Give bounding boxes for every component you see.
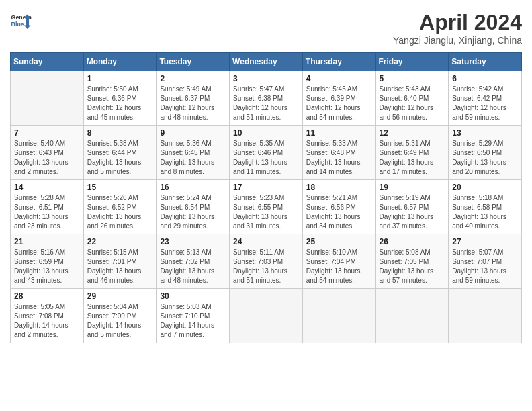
- calendar-cell: 20Sunrise: 5:18 AM Sunset: 6:58 PM Dayli…: [449, 180, 522, 234]
- calendar-cell: 7Sunrise: 5:40 AM Sunset: 6:43 PM Daylig…: [11, 126, 84, 180]
- day-info: Sunrise: 5:03 AM Sunset: 7:10 PM Dayligh…: [160, 302, 226, 340]
- day-number: 9: [160, 128, 226, 138]
- calendar-cell: 24Sunrise: 5:11 AM Sunset: 7:03 PM Dayli…: [230, 234, 303, 289]
- calendar-cell: 8Sunrise: 5:38 AM Sunset: 6:44 PM Daylig…: [83, 126, 157, 180]
- day-number: 6: [452, 74, 518, 83]
- header-day-tuesday: Tuesday: [157, 53, 230, 71]
- day-number: 23: [160, 237, 226, 246]
- calendar-body: 1Sunrise: 5:50 AM Sunset: 6:36 PM Daylig…: [11, 71, 522, 343]
- logo: General Blue: [10, 10, 32, 32]
- calendar-cell: 3Sunrise: 5:47 AM Sunset: 6:38 PM Daylig…: [230, 71, 303, 126]
- day-number: 26: [380, 237, 445, 246]
- calendar-cell: [302, 289, 375, 343]
- calendar-cell: 9Sunrise: 5:36 AM Sunset: 6:45 PM Daylig…: [157, 126, 230, 180]
- day-number: 2: [160, 74, 226, 83]
- day-info: Sunrise: 5:24 AM Sunset: 6:54 PM Dayligh…: [160, 193, 226, 231]
- day-info: Sunrise: 5:23 AM Sunset: 6:55 PM Dayligh…: [233, 193, 299, 231]
- calendar-cell: 17Sunrise: 5:23 AM Sunset: 6:55 PM Dayli…: [230, 180, 303, 234]
- header-day-thursday: Thursday: [302, 53, 375, 71]
- day-info: Sunrise: 5:42 AM Sunset: 6:42 PM Dayligh…: [452, 85, 518, 122]
- day-number: 18: [306, 183, 372, 192]
- calendar-table: SundayMondayTuesdayWednesdayThursdayFrid…: [10, 52, 522, 343]
- calendar-cell: [11, 71, 84, 126]
- day-info: Sunrise: 5:35 AM Sunset: 6:46 PM Dayligh…: [233, 139, 299, 177]
- day-info: Sunrise: 5:29 AM Sunset: 6:50 PM Dayligh…: [452, 139, 518, 177]
- day-info: Sunrise: 5:38 AM Sunset: 6:44 PM Dayligh…: [87, 139, 153, 177]
- logo-icon: General Blue: [10, 10, 32, 32]
- calendar-cell: 15Sunrise: 5:26 AM Sunset: 6:52 PM Dayli…: [83, 180, 157, 234]
- day-info: Sunrise: 5:36 AM Sunset: 6:45 PM Dayligh…: [160, 139, 226, 177]
- calendar-cell: [375, 289, 449, 343]
- day-number: 15: [87, 183, 153, 192]
- day-number: 13: [452, 128, 518, 138]
- week-row-5: 28Sunrise: 5:05 AM Sunset: 7:08 PM Dayli…: [11, 289, 522, 343]
- day-number: 20: [452, 183, 518, 192]
- day-info: Sunrise: 5:15 AM Sunset: 7:01 PM Dayligh…: [87, 248, 153, 285]
- day-info: Sunrise: 5:26 AM Sunset: 6:52 PM Dayligh…: [87, 193, 153, 231]
- calendar-cell: 16Sunrise: 5:24 AM Sunset: 6:54 PM Dayli…: [157, 180, 230, 234]
- day-info: Sunrise: 5:04 AM Sunset: 7:09 PM Dayligh…: [87, 302, 153, 340]
- day-number: 22: [87, 237, 153, 246]
- day-info: Sunrise: 5:21 AM Sunset: 6:56 PM Dayligh…: [306, 193, 372, 231]
- page-header: General Blue April 2024 Yangzi Jianglu, …: [10, 10, 522, 46]
- header-day-saturday: Saturday: [449, 53, 522, 71]
- day-info: Sunrise: 5:11 AM Sunset: 7:03 PM Dayligh…: [233, 248, 299, 285]
- month-title: April 2024: [393, 10, 522, 35]
- week-row-2: 7Sunrise: 5:40 AM Sunset: 6:43 PM Daylig…: [11, 126, 522, 180]
- day-info: Sunrise: 5:19 AM Sunset: 6:57 PM Dayligh…: [380, 193, 445, 231]
- day-number: 28: [14, 291, 80, 301]
- day-number: 11: [306, 128, 372, 138]
- calendar-cell: 23Sunrise: 5:13 AM Sunset: 7:02 PM Dayli…: [157, 234, 230, 289]
- week-row-4: 21Sunrise: 5:16 AM Sunset: 6:59 PM Dayli…: [11, 234, 522, 289]
- day-number: 4: [306, 74, 372, 83]
- day-info: Sunrise: 5:33 AM Sunset: 6:48 PM Dayligh…: [306, 139, 372, 177]
- calendar-cell: 12Sunrise: 5:31 AM Sunset: 6:49 PM Dayli…: [375, 126, 449, 180]
- week-row-1: 1Sunrise: 5:50 AM Sunset: 6:36 PM Daylig…: [11, 71, 522, 126]
- calendar-cell: 28Sunrise: 5:05 AM Sunset: 7:08 PM Dayli…: [11, 289, 84, 343]
- day-info: Sunrise: 5:40 AM Sunset: 6:43 PM Dayligh…: [14, 139, 80, 177]
- day-info: Sunrise: 5:10 AM Sunset: 7:04 PM Dayligh…: [306, 248, 372, 285]
- calendar-cell: 22Sunrise: 5:15 AM Sunset: 7:01 PM Dayli…: [83, 234, 157, 289]
- day-info: Sunrise: 5:05 AM Sunset: 7:08 PM Dayligh…: [14, 302, 80, 340]
- day-number: 8: [87, 128, 153, 138]
- calendar-cell: [230, 289, 303, 343]
- day-info: Sunrise: 5:08 AM Sunset: 7:05 PM Dayligh…: [380, 248, 445, 285]
- day-number: 10: [233, 128, 299, 138]
- day-info: Sunrise: 5:43 AM Sunset: 6:40 PM Dayligh…: [380, 85, 445, 122]
- day-number: 24: [233, 237, 299, 246]
- calendar-cell: 11Sunrise: 5:33 AM Sunset: 6:48 PM Dayli…: [302, 126, 375, 180]
- calendar-cell: 14Sunrise: 5:28 AM Sunset: 6:51 PM Dayli…: [11, 180, 84, 234]
- calendar-cell: 26Sunrise: 5:08 AM Sunset: 7:05 PM Dayli…: [375, 234, 449, 289]
- header-day-sunday: Sunday: [11, 53, 84, 71]
- day-info: Sunrise: 5:18 AM Sunset: 6:58 PM Dayligh…: [452, 193, 518, 231]
- day-info: Sunrise: 5:49 AM Sunset: 6:37 PM Dayligh…: [160, 85, 226, 122]
- calendar-header-row: SundayMondayTuesdayWednesdayThursdayFrid…: [11, 53, 522, 71]
- calendar-cell: 27Sunrise: 5:07 AM Sunset: 7:07 PM Dayli…: [449, 234, 522, 289]
- calendar-cell: 29Sunrise: 5:04 AM Sunset: 7:09 PM Dayli…: [83, 289, 157, 343]
- header-day-friday: Friday: [375, 53, 449, 71]
- day-number: 19: [380, 183, 445, 192]
- day-info: Sunrise: 5:13 AM Sunset: 7:02 PM Dayligh…: [160, 248, 226, 285]
- calendar-cell: 5Sunrise: 5:43 AM Sunset: 6:40 PM Daylig…: [375, 71, 449, 126]
- day-info: Sunrise: 5:45 AM Sunset: 6:39 PM Dayligh…: [306, 85, 372, 122]
- calendar-cell: 30Sunrise: 5:03 AM Sunset: 7:10 PM Dayli…: [157, 289, 230, 343]
- calendar-cell: 13Sunrise: 5:29 AM Sunset: 6:50 PM Dayli…: [449, 126, 522, 180]
- calendar-cell: 25Sunrise: 5:10 AM Sunset: 7:04 PM Dayli…: [302, 234, 375, 289]
- location-title: Yangzi Jianglu, Xinjiang, China: [393, 35, 522, 46]
- day-number: 3: [233, 74, 299, 83]
- day-number: 1: [87, 74, 153, 83]
- calendar-cell: 10Sunrise: 5:35 AM Sunset: 6:46 PM Dayli…: [230, 126, 303, 180]
- day-number: 17: [233, 183, 299, 192]
- day-number: 7: [14, 128, 80, 138]
- calendar-cell: 21Sunrise: 5:16 AM Sunset: 6:59 PM Dayli…: [11, 234, 84, 289]
- week-row-3: 14Sunrise: 5:28 AM Sunset: 6:51 PM Dayli…: [11, 180, 522, 234]
- header-day-wednesday: Wednesday: [230, 53, 303, 71]
- day-number: 12: [380, 128, 445, 138]
- day-info: Sunrise: 5:28 AM Sunset: 6:51 PM Dayligh…: [14, 193, 80, 231]
- day-info: Sunrise: 5:16 AM Sunset: 6:59 PM Dayligh…: [14, 248, 80, 285]
- calendar-cell: 19Sunrise: 5:19 AM Sunset: 6:57 PM Dayli…: [375, 180, 449, 234]
- day-number: 27: [452, 237, 518, 246]
- calendar-cell: 6Sunrise: 5:42 AM Sunset: 6:42 PM Daylig…: [449, 71, 522, 126]
- day-number: 14: [14, 183, 80, 192]
- svg-text:Blue: Blue: [11, 21, 24, 28]
